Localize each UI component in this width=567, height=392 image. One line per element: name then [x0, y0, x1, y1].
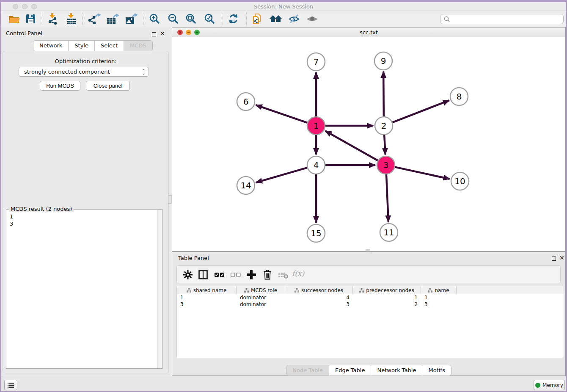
zoom-fit-icon[interactable] [184, 13, 197, 25]
add-column-icon[interactable] [246, 270, 257, 280]
table-row[interactable]: 1dominator411 [177, 294, 564, 301]
graph-edge-1-6[interactable] [256, 105, 308, 123]
tab-mcds[interactable]: MCDS [124, 41, 152, 51]
toolbar-separator [143, 13, 143, 25]
graph-node-2[interactable]: 2 [375, 117, 393, 135]
network-canvas[interactable]: 7968124314101511 [172, 37, 565, 251]
search-icon [443, 15, 451, 23]
svg-text:6: 6 [243, 97, 249, 107]
tab-edge-table[interactable]: Edge Table [329, 365, 371, 375]
result-scrollbar[interactable] [157, 210, 162, 368]
search-input[interactable] [451, 16, 563, 22]
column-header[interactable]: MCDS role [237, 286, 285, 294]
table-panel-float-icon[interactable] [552, 256, 556, 262]
search-field[interactable] [440, 14, 564, 24]
window-zoom-button[interactable] [31, 4, 37, 9]
dropdown-stepper-icon: ⌃⌄ [142, 69, 145, 75]
table-toolbar: f(x) [176, 265, 561, 283]
control-panel-close-icon[interactable]: ✕ [160, 31, 165, 36]
toolbar-separator [82, 13, 83, 25]
graph-edge-3-1[interactable] [325, 131, 378, 160]
memory-button[interactable]: Memory [534, 380, 565, 390]
graph-node-7[interactable]: 7 [307, 53, 325, 71]
mcds-result-box: MCDS result (2 nodes) 1 3 [6, 209, 162, 369]
tab-style[interactable]: Style [69, 41, 95, 51]
task-history-button[interactable] [4, 380, 17, 390]
refresh-icon[interactable] [228, 13, 240, 25]
graph-node-14[interactable]: 14 [237, 177, 255, 194]
column-header[interactable]: name [421, 286, 457, 294]
graph-edge-2-9[interactable] [383, 72, 384, 116]
column-type-icon [295, 288, 299, 293]
home-icon[interactable] [269, 13, 282, 25]
tab-network-table[interactable]: Network Table [371, 365, 422, 375]
deselect-all-icon[interactable] [230, 270, 241, 280]
graph-node-1[interactable]: 1 [307, 117, 325, 135]
window-minimize-button[interactable] [22, 4, 28, 9]
graph-edge-4-14[interactable] [256, 168, 307, 182]
svg-text:7: 7 [314, 57, 319, 67]
column-header[interactable]: successor nodes [285, 286, 353, 294]
column-header[interactable]: shared name [177, 286, 237, 294]
memory-label: Memory [542, 382, 563, 388]
copy-document-icon[interactable] [251, 13, 264, 25]
column-view-icon[interactable] [198, 270, 209, 280]
graph-node-4[interactable]: 4 [307, 156, 325, 174]
column-header[interactable]: predecessor nodes [353, 286, 421, 294]
network-minimize-icon[interactable]: − [186, 30, 191, 35]
graph-node-15[interactable]: 15 [307, 224, 325, 242]
table-row[interactable]: 3dominator323 [177, 301, 564, 308]
column-type-icon [428, 288, 432, 293]
export-network-icon[interactable] [88, 13, 101, 25]
network-window-titlebar[interactable]: × − + scc.txt [172, 28, 565, 37]
panel-divider-handle[interactable] [168, 195, 172, 204]
node-table-body[interactable]: 1dominator4113dominator323 [177, 294, 564, 308]
table-panel-close-icon[interactable]: ✕ [559, 255, 564, 260]
graph-node-6[interactable]: 6 [237, 93, 255, 110]
gear-icon[interactable] [183, 270, 194, 280]
function-builder-icon[interactable]: f(x) [292, 269, 304, 278]
network-zoom-icon[interactable]: + [194, 30, 200, 35]
delete-column-icon[interactable] [262, 270, 273, 280]
network-close-icon[interactable]: × [177, 30, 183, 35]
export-image-icon[interactable] [124, 13, 137, 25]
graph-node-10[interactable]: 10 [451, 172, 469, 190]
tab-select[interactable]: Select [95, 41, 124, 51]
task-list-icon [7, 382, 14, 389]
hide-eye-icon[interactable] [288, 13, 300, 25]
zoom-in-icon[interactable] [148, 13, 161, 25]
graph-node-8[interactable]: 8 [450, 88, 468, 105]
control-panel-float-icon[interactable] [152, 31, 156, 38]
toolbar-separator [223, 13, 223, 25]
window-close-button[interactable] [13, 4, 18, 9]
show-eye-icon[interactable] [306, 13, 318, 25]
graph-edge-3-11[interactable] [386, 174, 388, 222]
save-session-icon[interactable] [25, 13, 37, 25]
close-panel-button[interactable]: Close panel [86, 81, 130, 91]
import-table-icon[interactable] [65, 13, 78, 25]
criterion-dropdown[interactable]: strongly connected component ⌃⌄ [19, 67, 149, 77]
graph-edge-2-3[interactable] [384, 135, 385, 155]
tab-motifs[interactable]: Motifs [422, 365, 451, 375]
network-graph[interactable]: 7968124314101511 [172, 37, 565, 251]
node-table[interactable]: shared nameMCDS rolesuccessor nodesprede… [176, 286, 564, 358]
graph-node-9[interactable]: 9 [374, 52, 392, 70]
zoom-out-icon[interactable] [167, 13, 179, 25]
open-session-icon[interactable] [8, 13, 20, 25]
graph-node-11[interactable]: 11 [380, 224, 398, 241]
tab-network[interactable]: Network [33, 41, 69, 51]
table-panel-title: Table Panel [178, 255, 209, 261]
graph-node-3[interactable]: 3 [377, 156, 395, 174]
network-window-title: scc.txt [172, 28, 565, 37]
run-mcds-button[interactable]: Run MCDS [40, 81, 80, 91]
zoom-selected-icon[interactable] [203, 13, 216, 25]
toolbar-separator [246, 13, 247, 25]
node-table-header[interactable]: shared nameMCDS rolesuccessor nodesprede… [177, 286, 564, 294]
import-network-icon[interactable] [47, 13, 59, 25]
graph-edge-2-8[interactable] [393, 100, 449, 122]
export-table-icon[interactable] [106, 13, 118, 25]
select-all-icon[interactable] [214, 270, 225, 280]
graph-edge-3-10[interactable] [395, 167, 449, 179]
tab-node-table[interactable]: Node Table [286, 365, 329, 375]
delete-table-icon[interactable] [278, 270, 289, 280]
